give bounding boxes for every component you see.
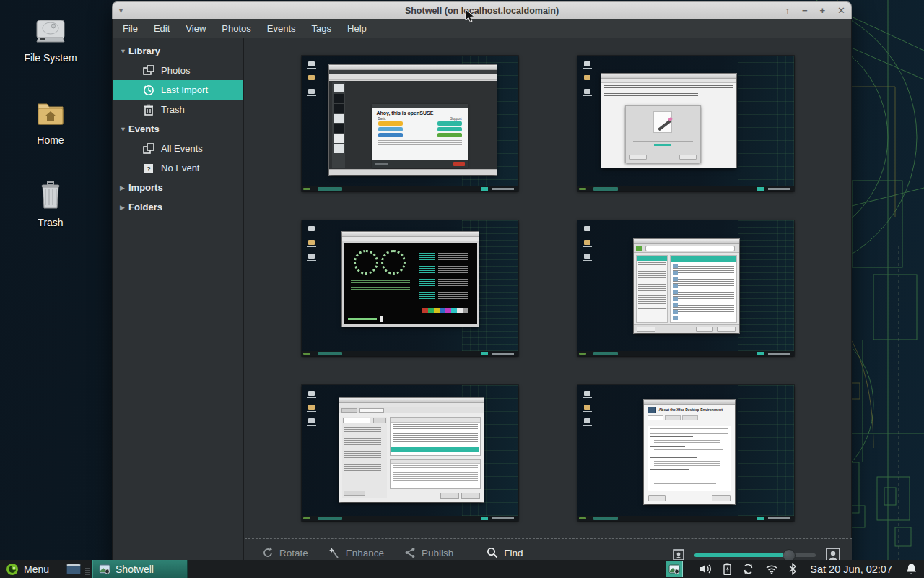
show-desktop-button[interactable] [66,564,81,574]
menu-file[interactable]: File [115,20,146,37]
window-titlebar[interactable]: ▾ Shotwell (on localhost.localdomain) ↑ … [112,1,852,19]
desktop-icon-label: Home [37,134,64,146]
menu-help[interactable]: Help [339,20,375,37]
mini-mousepad-window [601,74,736,168]
photo-thumbnail-1[interactable]: Ahoy, this is openSUSE Basic [302,56,518,191]
mini-yast-window [339,398,484,502]
enhance-wand-icon [328,547,340,558]
photos-icon [143,65,154,77]
trash-can-icon [34,181,67,211]
expander-right-icon[interactable]: ▶ [120,184,128,191]
mini-welcome-heading: Ahoy, this is openSUSE [372,108,468,117]
bluetooth-icon[interactable] [789,563,796,575]
shotwell-task-icon [99,564,110,574]
sync-icon[interactable] [742,563,754,575]
panel-clock[interactable]: Sat 20 Jun, 02:07 [807,564,895,575]
desktop-icon-filesystem[interactable]: File System [6,16,95,64]
notification-bell-icon[interactable] [906,563,917,575]
trash-icon [143,104,154,116]
home-folder-icon [34,98,67,129]
last-import-clock-icon [143,85,154,96]
menu-bar: File Edit View Photos Events Tags Help [112,19,852,38]
menu-view[interactable]: View [178,20,214,37]
xfce-panel: Menu Shotwell [0,560,924,578]
applications-menu-button[interactable]: Menu [0,560,56,578]
panel-grip [85,564,90,575]
mini-about-heading: About the Xfce Desktop Environment [659,408,723,413]
rotate-button[interactable]: Rotate [252,545,318,560]
sidebar-item-last-import[interactable]: Last Import [113,80,243,100]
photo-grid-area: Ahoy, this is openSUSE Basic [244,38,851,577]
find-magnifier-icon [487,547,498,558]
desktop-icon-list: File System Home Trash [6,16,95,228]
sidebar-item-no-event[interactable]: ? No Event [113,158,243,178]
photo-thumbnail-5[interactable] [302,385,518,521]
photo-thumbnail-3[interactable] [302,220,518,356]
expander-down-icon[interactable]: ▼ [120,126,128,133]
shotwell-tray-icon[interactable] [666,561,683,577]
minimize-button[interactable]: − [802,3,808,19]
hard-drive-icon [34,16,67,46]
desktop-icon-label: Trash [38,217,63,228]
no-event-icon: ? [143,163,154,174]
svg-text:?: ? [147,165,151,173]
photo-thumbnail-4[interactable] [578,220,794,356]
menu-tags[interactable]: Tags [304,20,339,37]
sidebar-section-events[interactable]: ▼ Events [113,119,243,139]
mini-about-xfce-window: About the Xfce Desktop Environment [644,400,735,504]
sidebar-section-imports[interactable]: ▶ Imports [113,178,243,197]
expander-right-icon[interactable]: ▶ [120,204,128,211]
sidebar-item-trash[interactable]: Trash [113,100,243,119]
maximize-button[interactable]: + [820,3,826,19]
opensuse-logo-icon [6,563,19,576]
all-events-icon [143,143,154,155]
system-tray: Sat 20 Jun, 02:07 [666,561,924,577]
find-button[interactable]: Find [476,545,533,560]
sidebar-item-all-events[interactable]: All Events [113,139,243,158]
shade-button[interactable]: ↑ [785,3,790,19]
library-sidebar: ▼ Library Photos Last Import [113,38,244,577]
desktop-icon-label: File System [24,52,77,64]
shotwell-window: ▾ Shotwell (on localhost.localdomain) ↑ … [112,1,852,577]
wifi-icon[interactable] [765,564,778,574]
window-title: Shotwell (on localhost.localdomain) [113,6,851,16]
menu-photos[interactable]: Photos [214,20,258,37]
photo-thumbnail-6[interactable]: About the Xfce Desktop Environment [578,385,794,521]
photo-thumbnail-2[interactable] [578,56,794,191]
enhance-button[interactable]: Enhance [318,545,394,560]
sidebar-section-folders[interactable]: ▶ Folders [113,197,243,217]
mini-image-viewer-window: Ahoy, this is openSUSE Basic [329,65,497,175]
sidebar-item-photos[interactable]: Photos [113,61,243,80]
thumbnail-size-slider[interactable] [694,553,816,557]
mini-app-finder-window [634,239,739,333]
expander-down-icon[interactable]: ▼ [120,48,128,55]
rotate-icon [262,547,274,558]
publish-button[interactable]: Publish [394,545,463,560]
publish-share-icon [404,547,416,558]
desktop-icon-home[interactable]: Home [6,98,95,146]
desktop-icon-trash[interactable]: Trash [6,181,95,228]
menu-edit[interactable]: Edit [146,20,178,37]
close-button[interactable]: ✕ [837,3,845,19]
volume-icon[interactable] [699,564,712,574]
mini-terminal-window [342,232,479,327]
sidebar-section-library[interactable]: ▼ Library [113,41,243,61]
menu-events[interactable]: Events [259,20,304,37]
taskbar-task-shotwell[interactable]: Shotwell [92,560,188,578]
battery-icon[interactable] [723,563,731,575]
